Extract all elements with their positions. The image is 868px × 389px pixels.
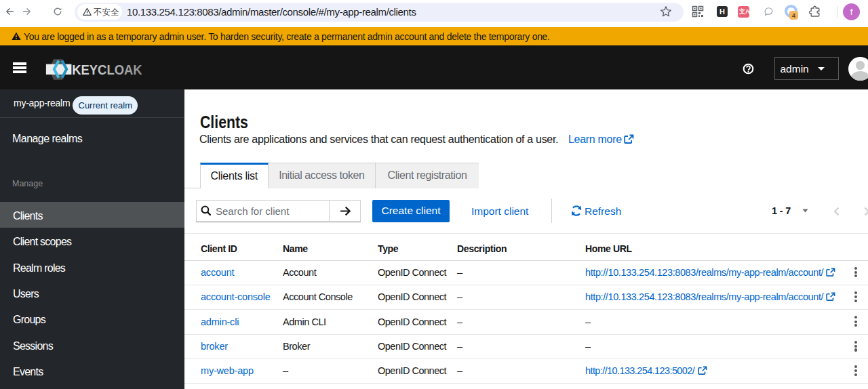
svg-text:KEYCLOAK: KEYCLOAK [72, 62, 142, 77]
